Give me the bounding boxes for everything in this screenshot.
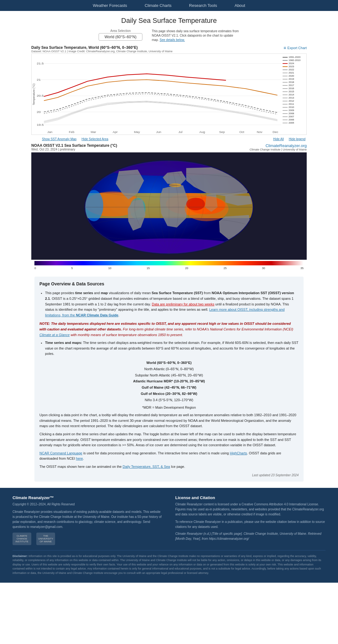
legend-item-2020: 2020 [283, 74, 305, 77]
area-selection-row: Area Selection World (60°S–60°N) This pa… [28, 28, 310, 45]
svg-text:21: 21 [37, 78, 41, 81]
chart-area[interactable]: Temperature (°C) 21.5 21 20.5 20 19.5 Ja… [31, 54, 307, 135]
hide-legend-button[interactable]: Hide legend [288, 137, 307, 141]
chart-buttons-row: Show SST Anomaly Map Hide Selected Area … [41, 135, 307, 143]
chart-y-label: Temperature (°C) [32, 54, 36, 135]
legend-item-2009: 2009 [283, 109, 305, 112]
legend-item-2019: 2019 [283, 78, 305, 80]
legend-item-2017: 2017 [283, 84, 305, 87]
overview-bullet-1: This page provides time series and map v… [45, 290, 299, 318]
ncar-link[interactable]: NCAR Command Language [39, 451, 82, 455]
learn-more-oisst-link[interactable]: Learn more about OISST, including streng… [45, 308, 284, 317]
legend-item-2010: 2010 [283, 106, 305, 109]
here-link[interactable]: here [76, 457, 83, 460]
overview-para4: The OISST maps shown here can be animate… [39, 464, 299, 470]
colorbar [34, 261, 304, 265]
legend-item-2013: 2013 [283, 96, 305, 99]
legend-item-2005: 2005 [283, 121, 305, 124]
show-anomaly-map-button[interactable]: Show SST Anomaly Map [41, 137, 78, 141]
globe-svg [75, 156, 263, 256]
chart-section: Daily Sea Surface Temperature, World (60… [28, 45, 310, 143]
legend-item-2016: 2016 [283, 87, 305, 90]
area-description: This page shows daily sea surface temper… [152, 29, 239, 42]
see-details-link[interactable]: See details below. [160, 38, 185, 42]
legend-item-2006: 2006 [283, 118, 305, 121]
legend-item-1991-2020: 1991-2020 [283, 56, 305, 59]
chart-title: Daily Sea Surface Temperature, World (60… [31, 45, 172, 50]
preliminary-link[interactable]: Data are preliminary for about two weeks [152, 302, 214, 306]
nav-weather-forecasts[interactable]: Weather Forecasts [84, 0, 136, 11]
globe-visualization [75, 156, 263, 256]
area-selection-value-box[interactable]: World (60°S–60°N) [99, 33, 142, 41]
chart-main[interactable]: 21.5 21 20.5 20 19.5 Jan Feb Mar Apr May… [36, 54, 281, 135]
svg-text:Apr: Apr [113, 131, 118, 134]
svg-point-34 [169, 183, 182, 187]
nav-research-tools[interactable]: Research Tools [180, 0, 226, 11]
overview-bullet-2: Time series and maps: The time series ch… [45, 340, 299, 357]
maine-logo: THE UNIVERSITY OF MAINE [36, 533, 55, 545]
legend-item-2015: 2015 [283, 90, 305, 93]
area-selection-value: World (60°S–60°N) [105, 35, 136, 39]
map-dataset-label: NOAA OISST V2.1 Sea Surface Temperature … [31, 143, 117, 148]
legend-item-2008: 2008 [283, 112, 305, 115]
footer-brand-title: Climate Reanalyzer™ [13, 495, 163, 500]
legend-item-2022: 2022 [283, 68, 305, 71]
legend-item-2018: 2018 [283, 81, 305, 84]
footer-license-title: License and Citation [175, 495, 325, 500]
chart-title-bar: Daily Sea Surface Temperature, World (60… [31, 45, 307, 53]
last-updated: Last updated 23 September 2024 [39, 473, 299, 478]
note-text: NOTE: The daily temperatures displayed h… [39, 321, 299, 338]
svg-text:20: 20 [37, 110, 41, 114]
disclaimer-label: Disclaimer: [13, 555, 28, 558]
daily-temp-link[interactable]: Daily Temperature, SST, & Sea [123, 465, 170, 468]
nav-climate-charts[interactable]: Climate Charts [136, 0, 180, 11]
legend-item-2007: 2007 [283, 115, 305, 118]
overview-section: Page Overview & Data Sources This page p… [34, 277, 304, 482]
footer-citation-format: Climate Reanalyzer (n.d.) [Title of spec… [175, 531, 325, 541]
footer-citation-label: To reference Climate Reanalyzer in a pub… [175, 519, 325, 529]
footer-right-text: Climate Reanalyzer content is licensed u… [175, 502, 325, 517]
colorbar-section [31, 261, 307, 265]
legend-item-2012: 2012 [283, 100, 305, 102]
chart-svg: 21.5 21 20.5 20 19.5 Jan Feb Mar Apr May… [36, 54, 281, 135]
overview-title: Page Overview & Data Sources [39, 280, 299, 287]
nav-about[interactable]: About [226, 0, 254, 11]
overview-para2: Clicking a data point on the time series… [39, 432, 299, 448]
svg-text:Aug: Aug [199, 131, 205, 134]
chart-legend: 1991-2020 1982-2010 2024 2023 2022 2021 [281, 54, 306, 135]
svg-text:May: May [134, 131, 140, 134]
svg-point-36 [186, 198, 205, 210]
main-nav: Weather Forecasts Climate Charts Researc… [0, 0, 338, 11]
hide-all-button[interactable]: Hide All [272, 137, 285, 141]
climate-at-glance-link[interactable]: Climate at a Glance [39, 333, 70, 337]
svg-text:Dec: Dec [273, 131, 278, 134]
area-selection-control: Area Selection World (60°S–60°N) [99, 29, 142, 41]
map-header: NOAA OISST V2.1 Sea Surface Temperature … [31, 143, 307, 151]
svg-text:19.5: 19.5 [37, 123, 44, 126]
svg-text:Mar: Mar [91, 131, 96, 134]
export-chart-button[interactable]: Export Chart [284, 45, 307, 50]
legend-item-2023: 2023 [283, 65, 305, 68]
legend-item-2014: 2014 [283, 93, 305, 96]
footer-disclaimer: Disclaimer: Information on this site is … [13, 550, 325, 575]
footer-left-text: Climate Reanalyzer provides visualizatio… [13, 509, 163, 529]
svg-text:Jun: Jun [156, 131, 161, 134]
svg-text:21.5: 21.5 [37, 62, 44, 65]
svg-text:Jan: Jan [47, 131, 52, 134]
footer-copyright: Copyright © 2012–2024, All Rights Reserv… [13, 502, 163, 507]
legend-item-2021: 2021 [283, 71, 305, 74]
footer-top: Climate Reanalyzer™ Copyright © 2012–202… [13, 495, 325, 545]
svg-text:Sep: Sep [219, 131, 225, 134]
overview-para3: NCAR Command Language is used for data p… [39, 451, 299, 462]
area-selection-label: Area Selection [99, 29, 142, 33]
globe-container[interactable] [31, 152, 307, 260]
svg-text:Feb: Feb [69, 131, 74, 134]
chart-subtitle: Dataset: NOAA OISST V2.1 | Image Credit:… [31, 50, 172, 53]
overview-bullets: This page provides time series and map v… [45, 290, 299, 318]
svg-text:Jul: Jul [178, 131, 182, 134]
highcharts-link[interactable]: HighCharts [230, 451, 247, 455]
colorbar-labels: 0 5 10 15 20 25 30 35 [31, 267, 307, 270]
footer: Climate Reanalyzer™ Copyright © 2012–202… [0, 488, 338, 583]
disclaimer-text: Information on this site is provided as-… [13, 555, 321, 575]
hide-selected-area-button[interactable]: Hide Selected Area [80, 137, 110, 141]
